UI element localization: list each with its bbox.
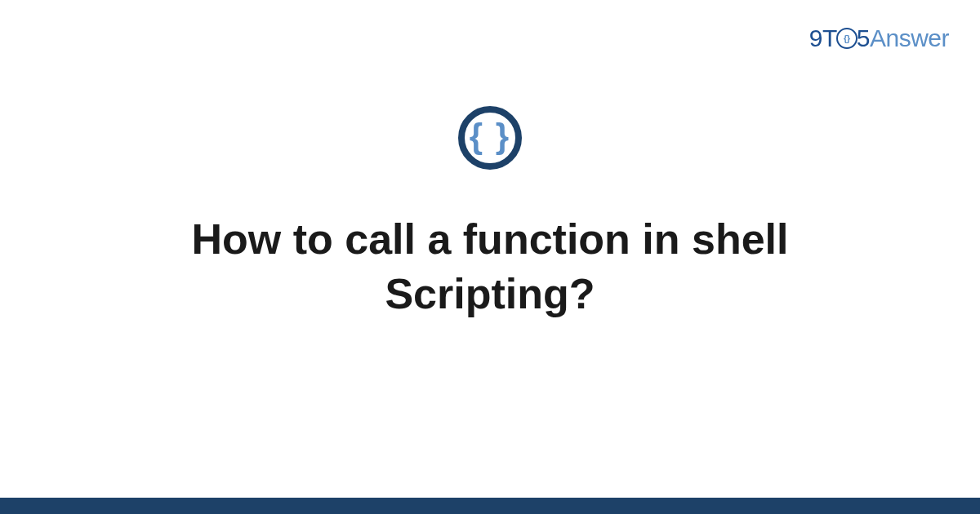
- logo-text-answer: Answer: [870, 24, 949, 51]
- bottom-accent-bar: [0, 498, 980, 514]
- logo-text-9t: 9T: [809, 24, 837, 51]
- logo-text-5: 5: [857, 24, 870, 51]
- main-content: { } How to call a function in shell Scri…: [0, 106, 980, 321]
- code-braces-icon: { }: [458, 106, 522, 170]
- logo-clock-icon: [836, 28, 858, 49]
- braces-glyph: { }: [470, 119, 510, 153]
- page-title: How to call a function in shell Scriptin…: [122, 212, 858, 321]
- site-logo: 9T5Answer: [809, 24, 949, 52]
